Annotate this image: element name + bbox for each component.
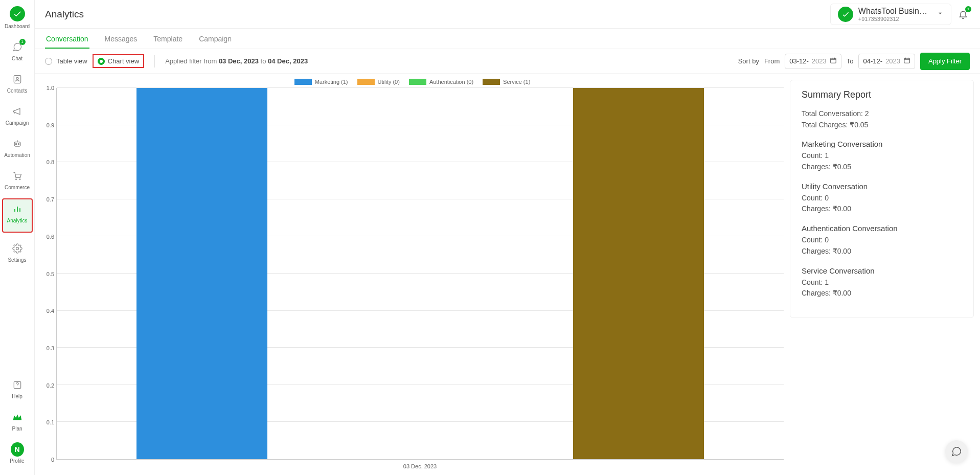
svg-point-4: [18, 144, 19, 145]
x-axis-label: 03 Dec, 2023: [56, 460, 784, 473]
svg-point-6: [19, 179, 20, 180]
chevron-down-icon: [937, 10, 944, 19]
filter-row: Table view Chart view Applied filter fro…: [35, 49, 980, 74]
gear-icon: [11, 242, 24, 255]
summary-authentication: Authentication Conversation Count: 0 Cha…: [802, 224, 962, 257]
sidebar: Dashboard 1 Chat Contacts Campaign: [0, 0, 35, 475]
svg-point-5: [15, 179, 16, 180]
chart-view-radio[interactable]: [98, 58, 105, 65]
summary-marketing: Marketing Conversation Count: 1 Charges:…: [802, 140, 962, 172]
sidebar-item-contacts[interactable]: Contacts: [2, 70, 33, 102]
total-conversation: Total Conversation: 2: [802, 108, 962, 120]
floating-chat-button[interactable]: [945, 440, 968, 463]
bar-marketing[interactable]: [136, 88, 267, 459]
cart-icon: [11, 169, 24, 183]
table-view-toggle[interactable]: Table view: [45, 57, 87, 65]
account-switcher[interactable]: WhatsTool Busin… +917353902312: [830, 4, 951, 25]
logo-icon: [10, 6, 25, 21]
sidebar-label-analytics: Analytics: [3, 218, 32, 223]
sidebar-label-automation: Automation: [2, 152, 33, 158]
summary-report: Summary Report Total Conversation: 2 Tot…: [790, 80, 974, 318]
sidebar-item-dashboard[interactable]: Dashboard: [2, 3, 33, 37]
account-phone: +917353902312: [858, 16, 927, 22]
main: Analytics WhatsTool Busin… +917353902312…: [35, 0, 980, 475]
contacts-icon: [11, 73, 24, 86]
from-label: From: [764, 57, 780, 65]
sidebar-label-commerce: Commerce: [2, 185, 33, 190]
chart-view-toggle[interactable]: Chart view: [93, 54, 144, 68]
legend-service[interactable]: Service (1): [483, 79, 530, 85]
summary-utility: Utility Conversation Count: 0 Charges: ₹…: [802, 182, 962, 215]
content: Marketing (1) Utility (0) Authentication…: [35, 74, 980, 475]
automation-icon: [11, 137, 24, 150]
sidebar-item-chat[interactable]: 1 Chat: [2, 37, 33, 70]
sidebar-label-settings: Settings: [2, 257, 33, 263]
from-date-input[interactable]: 03-12-2023: [785, 54, 841, 69]
chart-view-label: Chart view: [108, 57, 139, 65]
sidebar-label-campaign: Campaign: [2, 120, 33, 126]
legend-utility[interactable]: Utility (0): [357, 79, 400, 85]
sidebar-label-chat: Chat: [2, 56, 33, 61]
sidebar-item-analytics[interactable]: Analytics: [2, 198, 33, 233]
chart-plot: 0 0.1 0.2 0.3 0.4 0.5 0.6 0.7 0.8 0.9 1.…: [41, 88, 784, 460]
notifications-badge: 1: [965, 6, 971, 12]
sidebar-item-settings[interactable]: Settings: [2, 239, 33, 271]
svg-point-3: [15, 144, 17, 145]
calendar-icon: [903, 57, 910, 65]
sidebar-label-help: Help: [2, 394, 33, 399]
sidebar-item-plan[interactable]: Plan: [2, 408, 33, 440]
legend-authentication[interactable]: Authentication (0): [409, 79, 473, 85]
svg-rect-9: [830, 58, 836, 63]
chat-icon: 1: [11, 40, 24, 54]
to-date-input[interactable]: 04-12-2023: [858, 54, 915, 69]
notifications-button[interactable]: 1: [956, 8, 970, 21]
sidebar-item-commerce[interactable]: Commerce: [2, 166, 33, 198]
chat-badge: 1: [19, 39, 26, 45]
bar-service[interactable]: [573, 88, 704, 459]
sidebar-label-profile: Profile: [2, 458, 33, 464]
sidebar-label-plan: Plan: [2, 426, 33, 432]
sidebar-item-campaign[interactable]: Campaign: [2, 102, 33, 134]
table-view-label: Table view: [56, 57, 87, 65]
chart-legend: Marketing (1) Utility (0) Authentication…: [41, 76, 784, 87]
account-name: WhatsTool Busin…: [858, 7, 927, 16]
table-view-radio[interactable]: [45, 58, 52, 65]
avatar-letter: N: [11, 442, 24, 457]
apply-filter-button[interactable]: Apply Filter: [920, 53, 970, 70]
total-charges: Total Charges: ₹0.05: [802, 120, 962, 131]
to-label: To: [847, 57, 854, 65]
calendar-icon: [830, 57, 837, 65]
tab-campaign[interactable]: Campaign: [198, 30, 233, 49]
sidebar-item-profile[interactable]: N Profile: [2, 440, 33, 472]
sort-by-label: Sort by: [738, 57, 759, 65]
bar-group-1: [57, 88, 784, 459]
applied-filter-text: Applied filter from 03 Dec, 2023 to 04 D…: [165, 57, 308, 65]
summary-title: Summary Report: [802, 89, 962, 100]
svg-rect-10: [904, 58, 910, 63]
tab-conversation[interactable]: Conversation: [45, 30, 89, 49]
avatar-icon: N: [11, 443, 24, 456]
sidebar-item-help[interactable]: Help: [2, 375, 33, 408]
page-title: Analytics: [45, 9, 84, 20]
tabs: Conversation Messages Template Campaign: [35, 29, 980, 49]
help-icon: [11, 378, 24, 392]
y-axis: 0 0.1 0.2 0.3 0.4 0.5 0.6 0.7 0.8 0.9 1.…: [41, 88, 56, 460]
chart-area: Marketing (1) Utility (0) Authentication…: [41, 76, 784, 473]
account-icon: [838, 7, 853, 22]
summary-service: Service Conversation Count: 1 Charges: ₹…: [802, 266, 962, 299]
topbar: Analytics WhatsTool Busin… +917353902312…: [35, 0, 980, 29]
megaphone-icon: [11, 105, 24, 118]
svg-point-7: [16, 247, 18, 250]
legend-marketing[interactable]: Marketing (1): [294, 79, 348, 85]
sidebar-label-dashboard: Dashboard: [2, 24, 33, 29]
analytics-icon: [11, 202, 24, 216]
tab-template[interactable]: Template: [152, 30, 184, 49]
sidebar-label-contacts: Contacts: [2, 88, 33, 94]
svg-point-1: [16, 77, 18, 79]
crown-icon: [11, 411, 24, 424]
chart-grid: [56, 88, 784, 460]
tab-messages[interactable]: Messages: [104, 30, 139, 49]
sidebar-item-automation[interactable]: Automation: [2, 134, 33, 166]
